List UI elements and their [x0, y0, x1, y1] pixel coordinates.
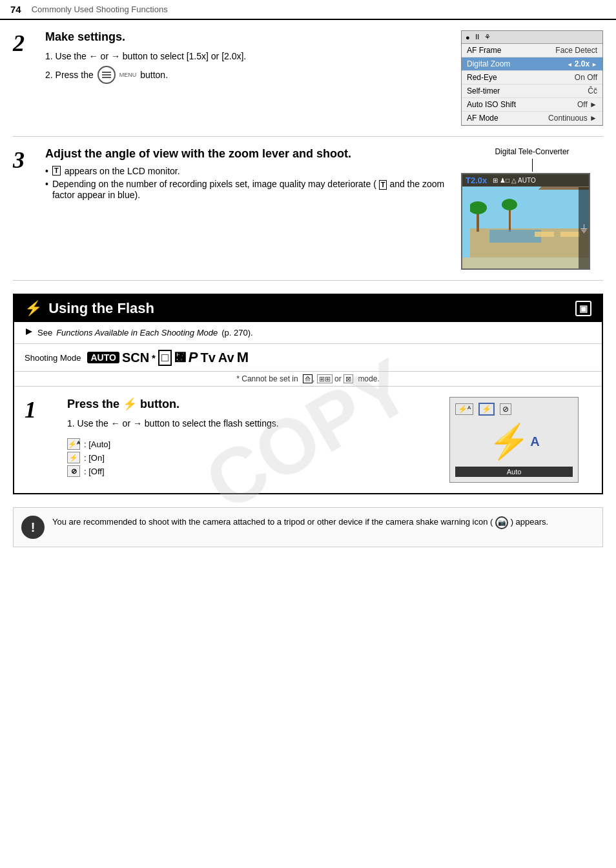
- step-2-heading: Make settings.: [45, 30, 455, 44]
- step-3-bullet1: T appears on the LCD monitor.: [45, 166, 455, 176]
- asterisk-note: * Cannot be set in ⟰, ⊞⊞ or ⊠ mode.: [14, 372, 602, 387]
- mode-square: □: [158, 350, 172, 366]
- camera-menu-panel: ● ⅠⅠ ⚘ AF Frame Face Detect Digital Zoom…: [461, 30, 603, 126]
- shooting-mode-label: Shooting Mode: [25, 353, 81, 363]
- lcd-icons: ⊞ ♟□ △ AUTO: [493, 177, 535, 184]
- step-2-sub1: 1. Use the ← or → button to select [1.5x…: [45, 49, 455, 63]
- flash-step-1-number: 1: [25, 398, 57, 421]
- menu-label-3: Self-timer: [467, 86, 500, 96]
- flash-header: ⚡ Using the Flash ▣: [14, 295, 602, 322]
- flash-main-display: ⚡ A: [455, 419, 573, 464]
- lcd-indicator: T2.0x: [466, 176, 487, 185]
- menu-label-5: AF Mode: [467, 114, 498, 123]
- menu-row-4: Auto ISO Shift Off ►: [462, 98, 602, 112]
- see-also-link: Functions Available in Each Shooting Mod…: [56, 328, 218, 338]
- mode-p: P: [189, 349, 198, 366]
- mode-icons-row: AUTO SCN * □ ꟏ P Tv Av M: [87, 349, 249, 366]
- svg-rect-8: [560, 232, 580, 237]
- t-icon-1: T: [52, 166, 61, 176]
- menu-value-2: On Off: [575, 73, 597, 82]
- step-3-bullet2: Depending on the number of recording pix…: [45, 179, 455, 200]
- step-2-sub2-prefix: 2. Press the: [45, 68, 94, 82]
- step-3-bullet2-text: Depending on the number of recording pix…: [52, 179, 455, 200]
- step-2-sub2: 2. Press the MENU button.: [45, 66, 455, 84]
- see-also-page: (p. 270).: [221, 328, 252, 338]
- info-box: ! You are recommended to shoot with the …: [13, 507, 603, 547]
- mode-m: M: [237, 349, 249, 366]
- svg-rect-7: [535, 232, 554, 237]
- digital-tele-arrow: [461, 159, 603, 172]
- page-header: 74 Commonly Used Shooting Functions: [0, 0, 616, 20]
- flash-title: ⚡ Using the Flash: [25, 300, 154, 317]
- svg-marker-9: [26, 328, 32, 335]
- mode-av: Av: [218, 350, 234, 365]
- menu-label-4: Auto ISO Shift: [467, 100, 516, 109]
- flash-a-superscript: A: [530, 434, 539, 449]
- menu-top-bars: ⅠⅠ: [475, 33, 479, 41]
- page-title-header: Commonly Used Shooting Functions: [32, 5, 168, 14]
- mode-auto-icon: AUTO: [87, 352, 119, 363]
- flash-auto-display-label: Auto: [455, 467, 573, 477]
- mode-scn: SCN: [122, 350, 149, 365]
- see-also-arrow-icon: [25, 327, 34, 338]
- mode-flag: ꟏: [174, 351, 186, 365]
- svg-rect-0: [470, 190, 589, 228]
- flash-off-icon: ⊘: [67, 465, 80, 477]
- step-2-sub2-menu-label: MENU: [119, 70, 137, 79]
- flash-display-panel: ⚡ᴬ ⚡ ⊘ ⚡ A Auto: [449, 397, 579, 483]
- page-number: 74: [10, 4, 21, 15]
- menu-label-1: Digital Zoom: [467, 59, 510, 68]
- menu-top-icon-circle: ●: [466, 34, 470, 41]
- step-3-bullet1-text: appears on the LCD monitor.: [65, 166, 180, 176]
- menu-row-3: Self-timer Čč: [462, 85, 602, 98]
- lcd-screen: T2.0x ⊞ ♟□ △ AUTO: [461, 173, 590, 270]
- flash-step-1-heading: Press the ⚡ button.: [67, 397, 433, 411]
- flash-step-1: 1 Press the ⚡ button. 1. Use the ← or → …: [14, 387, 602, 493]
- flash-bolt-header: ⚡: [25, 300, 42, 316]
- flash-auto-icon: ⚡ᴬ: [67, 438, 80, 450]
- menu-value-4: Off ►: [577, 100, 597, 109]
- menu-label-0: AF Frame: [467, 46, 501, 55]
- section-3: 3 Adjust the angle of view with the zoom…: [13, 137, 603, 281]
- flash-option-auto: ⚡ᴬ : [Auto]: [67, 438, 433, 450]
- mode-asterisk: *: [152, 352, 156, 363]
- camera-icon-header: ▣: [575, 301, 591, 316]
- flash-see-also: See Functions Available in Each Shooting…: [14, 322, 602, 344]
- menu-button-icon: [98, 66, 116, 84]
- menu-row-2: Red-Eye On Off: [462, 71, 602, 85]
- info-text-before: You are recommended to shoot with the ca…: [52, 517, 493, 527]
- camera-shake-icon: 📷: [495, 516, 508, 529]
- camera-menu-top: ● ⅠⅠ ⚘: [462, 31, 602, 44]
- lcd-top-bar: T2.0x ⊞ ♟□ △ AUTO: [462, 174, 589, 187]
- flash-off-label: : [Off]: [84, 467, 105, 476]
- menu-value-3: Čč: [588, 86, 597, 96]
- mode-tv: Tv: [201, 350, 216, 365]
- menu-value-1: 2.0x: [567, 59, 597, 68]
- info-text-after: ) appears.: [511, 517, 549, 527]
- menu-label-2: Red-Eye: [467, 73, 497, 82]
- menu-value-0: Face Detect: [555, 46, 597, 55]
- flash-top-icons-row: ⚡ᴬ ⚡ ⊘: [455, 403, 573, 416]
- flash-options: ⚡ᴬ : [Auto] ⚡ : [On] ⊘ : [Off]: [67, 438, 433, 477]
- flash-option-off: ⊘ : [Off]: [67, 465, 433, 477]
- lcd-right-bar: ⏚: [579, 187, 589, 268]
- step-2-sub2-suffix: button.: [140, 68, 168, 82]
- digital-tele-label-container: Digital Tele-Converter: [461, 147, 603, 172]
- t-icon-2: T: [379, 180, 387, 190]
- section-2: 2 Make settings. 1. Use the ← or → butto…: [13, 20, 603, 137]
- see-also-text: See: [37, 328, 52, 338]
- step-3-number: 3: [13, 148, 45, 172]
- menu-row-5: AF Mode Continuous ►: [462, 112, 602, 125]
- asterisk-note-text: * Cannot be set in: [236, 374, 298, 383]
- flash-icon-auto-top: ⚡ᴬ: [455, 403, 473, 415]
- menu-top-flower: ⚘: [484, 33, 491, 41]
- step-2-number: 2: [13, 32, 45, 55]
- svg-rect-6: [489, 230, 541, 243]
- menu-row-0: AF Frame Face Detect: [462, 44, 602, 57]
- flash-auto-label: : [Auto]: [84, 439, 110, 449]
- info-icon: !: [21, 516, 45, 539]
- flash-step-1-sub1: 1. Use the ← or → button to select the f…: [67, 416, 433, 430]
- flash-icon-off-top: ⊘: [500, 403, 511, 415]
- shooting-mode-bar: Shooting Mode AUTO SCN * □ ꟏ P Tv Av M: [14, 344, 602, 372]
- asterisk-end: mode.: [358, 374, 379, 383]
